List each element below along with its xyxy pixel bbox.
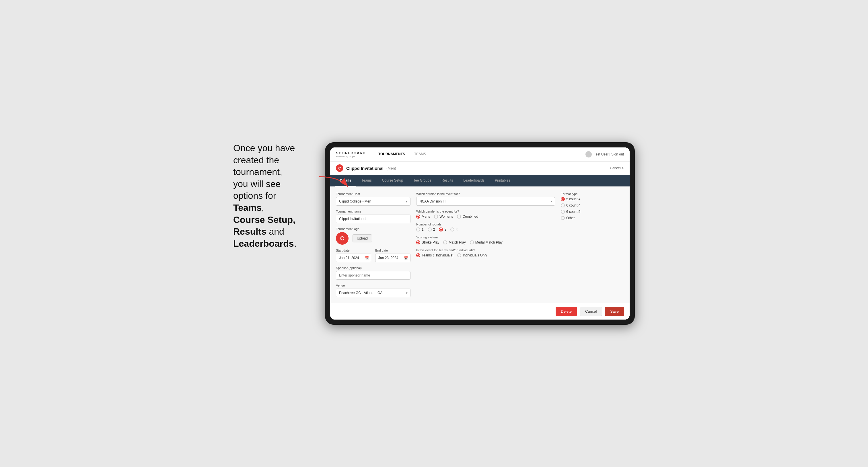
rounds-group: Number of rounds 1 2	[416, 223, 555, 231]
rounds-1[interactable]: 1	[416, 227, 424, 231]
gender-womens[interactable]: Womens	[434, 215, 453, 219]
name-group: Tournament name	[336, 210, 410, 223]
tab-teams[interactable]: Teams	[356, 175, 377, 186]
end-date-label: End date	[375, 249, 410, 252]
gender-group: Which gender is the event for? Mens Wome…	[416, 210, 555, 219]
format-label: Format type	[561, 192, 624, 196]
format-group: Format type 5 count 4 6 count 4	[561, 192, 624, 220]
gender-label: Which gender is the event for?	[416, 210, 555, 213]
host-select[interactable]: Clippd College - Men	[336, 197, 410, 206]
teams-plus-dot	[416, 253, 420, 257]
nav-links: TOURNAMENTS TEAMS	[374, 150, 580, 158]
host-select-wrapper: Clippd College - Men	[336, 197, 410, 206]
tab-printables[interactable]: Printables	[490, 175, 515, 186]
rounds-2[interactable]: 2	[428, 227, 435, 231]
scoring-stroke[interactable]: Stroke Play	[416, 240, 439, 244]
start-date-label: Start date	[336, 249, 371, 252]
end-date-group: End date 📅	[375, 249, 410, 262]
tab-course-setup[interactable]: Course Setup	[377, 175, 408, 186]
scoring-label: Scoring system	[416, 236, 555, 239]
gender-mens[interactable]: Mens	[416, 215, 430, 219]
format-6count5[interactable]: 6 count 5	[561, 210, 624, 214]
user-area: Test User | Sign out	[585, 151, 624, 157]
sponsor-input[interactable]	[336, 271, 410, 280]
host-group: Tournament Host Clippd College - Men	[336, 192, 410, 206]
division-label: Which division is the event for?	[416, 192, 555, 196]
sponsor-label: Sponsor (optional)	[336, 266, 410, 270]
rounds-3[interactable]: 3	[439, 227, 446, 231]
logo-group: Tournament logo C Upload	[336, 227, 410, 245]
gender-combined-dot	[457, 215, 461, 219]
format-radio-group: 5 count 4 6 count 4 6 count 5	[561, 197, 624, 220]
logo-text: SCOREBOARD	[336, 151, 366, 155]
format-other-dot	[561, 216, 565, 220]
rounds-2-dot	[428, 227, 432, 231]
date-row: Start date 📅 End date 📅	[336, 249, 410, 262]
gender-womens-dot	[434, 215, 438, 219]
rounds-1-dot	[416, 227, 420, 231]
name-input[interactable]	[336, 215, 410, 223]
division-select-wrapper: NCAA Division III	[416, 197, 555, 206]
format-6count4[interactable]: 6 count 4	[561, 204, 624, 208]
rounds-4-dot	[451, 227, 454, 231]
delete-button[interactable]: Delete	[556, 307, 577, 316]
user-label[interactable]: Test User | Sign out	[594, 152, 624, 156]
top-nav: SCOREBOARD Powered by clippd TOURNAMENTS…	[330, 148, 630, 161]
left-column: Tournament Host Clippd College - Men Tou…	[336, 192, 416, 297]
upload-button[interactable]: Upload	[352, 235, 372, 242]
scoring-medal-dot	[470, 240, 474, 244]
tab-tee-groups[interactable]: Tee Groups	[408, 175, 436, 186]
annotation-text: Once you have created the tournament, yo…	[233, 142, 313, 250]
sponsor-group: Sponsor (optional)	[336, 266, 410, 280]
main-content: Tournament Host Clippd College - Men Tou…	[330, 186, 630, 303]
app-container: SCOREBOARD Powered by clippd TOURNAMENTS…	[330, 148, 630, 319]
rounds-3-dot	[439, 227, 443, 231]
tablet-screen: SCOREBOARD Powered by clippd TOURNAMENTS…	[330, 148, 630, 319]
logo-sub: Powered by clippd	[336, 155, 366, 158]
logo-area: SCOREBOARD Powered by clippd	[336, 151, 366, 158]
nav-tournaments[interactable]: TOURNAMENTS	[374, 150, 409, 158]
venue-select-wrapper: Peachtree GC - Atlanta - GA	[336, 288, 410, 297]
individuals-only-dot	[457, 253, 461, 257]
rounds-4[interactable]: 4	[451, 227, 458, 231]
end-date-wrapper: 📅	[375, 254, 410, 262]
team-individual-radio-group: Teams (+Individuals) Individuals Only	[416, 253, 555, 257]
gender-radio-group: Mens Womens Combined	[416, 215, 555, 219]
tournament-logo-small: C	[336, 164, 343, 172]
gender-combined[interactable]: Combined	[457, 215, 478, 219]
tablet-frame: SCOREBOARD Powered by clippd TOURNAMENTS…	[325, 142, 635, 325]
cancel-button[interactable]: Cancel	[580, 307, 602, 316]
format-6count4-dot	[561, 204, 565, 208]
team-individual-group: Is this event for Teams and/or Individua…	[416, 248, 555, 257]
venue-select[interactable]: Peachtree GC - Atlanta - GA	[336, 288, 410, 297]
logo-label: Tournament logo	[336, 227, 410, 230]
tab-bar: Details Teams Course Setup Tee Groups Re…	[330, 175, 630, 186]
individuals-only[interactable]: Individuals Only	[457, 253, 487, 257]
nav-teams[interactable]: TEAMS	[410, 150, 430, 158]
calendar-icon-start: 📅	[364, 256, 369, 260]
scoring-match-dot	[443, 240, 447, 244]
scoring-match[interactable]: Match Play	[443, 240, 466, 244]
format-5count4[interactable]: 5 count 4	[561, 197, 624, 201]
format-other[interactable]: Other	[561, 216, 624, 220]
tab-leaderboards[interactable]: Leaderboards	[458, 175, 490, 186]
gender-mens-dot	[416, 215, 420, 219]
start-date-wrapper: 📅	[336, 254, 371, 262]
footer-bar: Delete Cancel Save	[330, 303, 630, 319]
logo-upload-area: C Upload	[336, 232, 410, 245]
tournament-gender: (Men)	[386, 166, 396, 170]
tab-results[interactable]: Results	[436, 175, 458, 186]
save-button[interactable]: Save	[605, 307, 624, 316]
cancel-button-top[interactable]: Cancel X	[610, 166, 624, 170]
rounds-label: Number of rounds	[416, 223, 555, 226]
division-group: Which division is the event for? NCAA Di…	[416, 192, 555, 206]
scoring-group: Scoring system Stroke Play Match Play	[416, 236, 555, 244]
calendar-icon-end: 📅	[404, 256, 408, 260]
teams-plus-individuals[interactable]: Teams (+Individuals)	[416, 253, 453, 257]
division-select[interactable]: NCAA Division III	[416, 197, 555, 206]
venue-label: Venue	[336, 284, 410, 287]
format-5count4-dot	[561, 197, 565, 201]
middle-column: Which division is the event for? NCAA Di…	[416, 192, 561, 297]
scoring-medal[interactable]: Medal Match Play	[470, 240, 502, 244]
venue-group: Venue Peachtree GC - Atlanta - GA	[336, 284, 410, 297]
